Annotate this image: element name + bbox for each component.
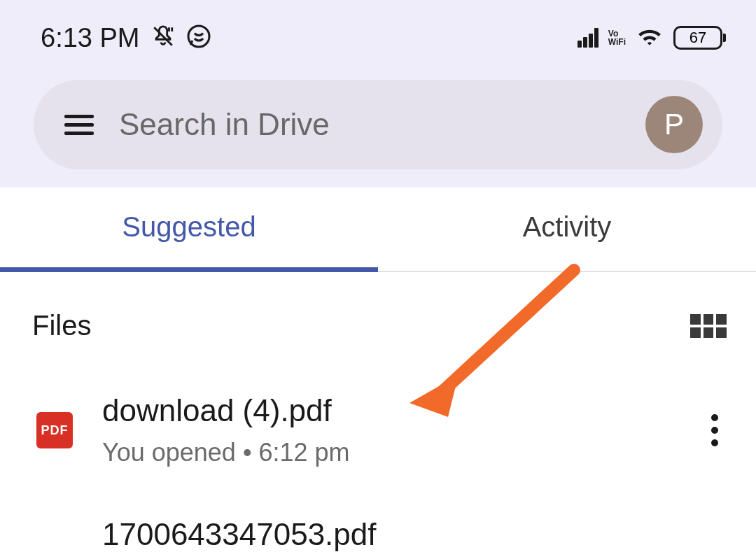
file-name: download (4).pdf xyxy=(102,393,678,428)
file-item[interactable]: PDF download (4).pdf You opened • 6:12 p… xyxy=(32,393,727,467)
status-bar: 6:13 PM Vo WiFi xyxy=(0,0,756,69)
tab-suggested[interactable]: Suggested xyxy=(0,187,378,271)
tabs: Suggested Activity xyxy=(0,187,756,272)
vowifi-icon: Vo WiFi xyxy=(608,29,626,46)
signal-icon xyxy=(578,28,598,48)
status-right: Vo WiFi 67 xyxy=(578,25,722,50)
status-time: 6:13 PM xyxy=(41,23,140,53)
file-info: 1700643347053.pdf xyxy=(102,517,722,552)
battery-icon: 67 xyxy=(673,26,722,50)
silent-icon xyxy=(151,24,175,51)
file-item[interactable]: PDF 1700643347053.pdf xyxy=(32,516,727,553)
pdf-icon: PDF xyxy=(36,412,73,448)
menu-icon[interactable] xyxy=(64,115,94,135)
wifi-icon xyxy=(636,25,664,50)
grid-view-icon[interactable] xyxy=(690,314,727,338)
search-bar[interactable]: Search in Drive P xyxy=(34,80,722,169)
search-input[interactable]: Search in Drive xyxy=(119,107,620,142)
file-name: 1700643347053.pdf xyxy=(102,517,722,552)
files-header: Files xyxy=(32,310,727,341)
tab-activity[interactable]: Activity xyxy=(378,187,756,271)
file-info: download (4).pdf You opened • 6:12 pm xyxy=(102,393,678,467)
more-icon[interactable] xyxy=(707,410,722,451)
file-meta: You opened • 6:12 pm xyxy=(102,438,678,467)
files-title: Files xyxy=(32,310,91,341)
status-left: 6:13 PM xyxy=(41,23,211,53)
whatsapp-icon xyxy=(186,24,211,52)
files-section: Files PDF download (4).pdf You opened • … xyxy=(0,272,756,559)
avatar[interactable]: P xyxy=(645,96,703,153)
